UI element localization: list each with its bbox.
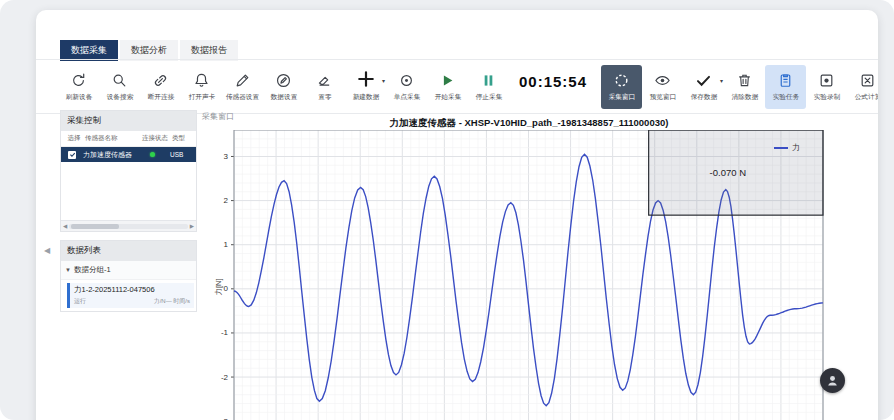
svg-text:-0.070 N: -0.070 N (710, 167, 747, 178)
desktop-background: 数据采集 数据分析 数据报告 刷新设备 设备搜索 断开连接 (0, 0, 894, 420)
button-label: 单点采集 (393, 92, 420, 102)
button-label: 置零 (318, 92, 331, 102)
scroll-left-arrow[interactable]: ◀ (63, 223, 67, 229)
svg-text:-1: -1 (221, 328, 229, 337)
sensor-table-header: 选择 传感器名称 连接状态 类型 (61, 131, 196, 147)
tab-data-analysis[interactable]: 数据分析 (120, 40, 178, 61)
save-data-button[interactable]: ▾ 保存数据 (683, 64, 724, 110)
data-item-title: 力1-2-20251112-047506 (74, 285, 190, 295)
svg-text:3: 3 (224, 152, 229, 161)
timer: 00:15:54 (519, 73, 587, 90)
clipboard-icon (777, 72, 794, 89)
sensor-type: USB (170, 151, 183, 158)
waveform-chart[interactable]: 3210-1-2-3-0.070 N (200, 130, 824, 420)
sensor-checkbox[interactable] (68, 151, 76, 159)
target-icon (398, 72, 415, 89)
caret-down-icon: ▼ (65, 267, 71, 273)
legend-label: 力 (792, 142, 800, 153)
button-label: 实验任务 (772, 92, 799, 102)
data-group-node[interactable]: ▼ 数据分组-1 (61, 261, 196, 280)
single-sample-button[interactable]: 单点采集 (386, 64, 427, 110)
scrollbar-track[interactable] (69, 224, 188, 229)
legend-line-swatch (774, 147, 788, 149)
search-icon (111, 72, 128, 89)
button-label: 清除数据 (731, 92, 758, 102)
caret-down-icon[interactable]: ▾ (720, 77, 723, 84)
button-label: 打开声卡 (188, 92, 215, 102)
eraser-icon (316, 72, 333, 89)
button-label: 保存数据 (690, 92, 717, 102)
column-connect-status: 连接状态 (138, 134, 172, 143)
plus-icon (356, 69, 376, 89)
start-collect-button[interactable]: 开始采集 (427, 64, 468, 110)
button-label: 数据设置 (270, 92, 297, 102)
checkmark-icon (69, 151, 76, 158)
toolbar: 刷新设备 设备搜索 断开连接 打开声卡 传感器设置 (36, 59, 878, 114)
button-label: 传感器设置 (226, 92, 259, 102)
collect-control-panel: 采集控制 选择 传感器名称 连接状态 类型 力加速度传感器 USB (60, 110, 197, 232)
sidebar-collapse-arrow[interactable]: ◀ (44, 246, 50, 255)
formula-calc-button[interactable]: 公式计算 (847, 64, 878, 110)
sensor-row[interactable]: 力加速度传感器 USB (61, 147, 196, 162)
app-window: 数据采集 数据分析 数据报告 刷新设备 设备搜索 断开连接 (36, 10, 878, 420)
sensor-settings-button[interactable]: 传感器设置 (222, 64, 263, 110)
clear-data-button[interactable]: 清除数据 (724, 64, 765, 110)
trash-icon (736, 72, 753, 89)
button-label: 停止采集 (475, 92, 502, 102)
button-label: 预览窗口 (649, 92, 676, 102)
column-sensor-name: 传感器名称 (85, 134, 138, 143)
open-soundcard-button[interactable]: 打开声卡 (181, 64, 222, 110)
preview-window-button[interactable]: 预览窗口 (642, 64, 683, 110)
svg-text:0: 0 (224, 284, 229, 293)
experiment-record-button[interactable]: 实验录制 (806, 64, 847, 110)
data-group-label: 数据分组-1 (74, 265, 111, 275)
button-label: 断开连接 (147, 92, 174, 102)
button-label: 开始采集 (434, 92, 461, 102)
main-tabbar: 数据采集 数据分析 数据报告 (60, 40, 238, 61)
refresh-icon (70, 72, 87, 89)
sidebar: 采集控制 选择 传感器名称 连接状态 类型 力加速度传感器 USB (60, 110, 197, 420)
stop-collect-button[interactable]: 停止采集 (468, 64, 509, 110)
pause-icon (480, 72, 497, 89)
button-label: 设备搜索 (106, 92, 133, 102)
disconnect-button[interactable]: 断开连接 (140, 64, 181, 110)
pen-icon (234, 72, 251, 89)
button-label: 实验录制 (813, 92, 840, 102)
svg-text:-2: -2 (221, 373, 229, 382)
person-icon (825, 373, 840, 388)
edit-circle-icon (275, 72, 292, 89)
tab-data-report[interactable]: 数据报告 (180, 40, 238, 61)
caret-down-icon[interactable]: ▾ (382, 77, 385, 84)
data-list-panel: 数据列表 ▼ 数据分组-1 力1-2-20251112-047506 运行 力/… (60, 240, 197, 312)
scrollbar-thumb[interactable] (71, 224, 118, 229)
horizontal-scrollbar[interactable]: ◀ ▶ (61, 220, 196, 231)
play-icon (439, 72, 456, 89)
y-axis-label: 力[N] (214, 278, 224, 295)
bell-icon (193, 72, 210, 89)
experiment-task-button[interactable]: 实验任务 (765, 65, 806, 109)
record-square-icon (818, 72, 835, 89)
data-settings-button[interactable]: 数据设置 (263, 64, 304, 110)
scroll-right-arrow[interactable]: ▶ (190, 223, 194, 229)
search-device-button[interactable]: 设备搜索 (99, 64, 140, 110)
dashed-circle-icon (613, 72, 630, 89)
status-dot-connected (150, 152, 155, 157)
link-off-icon (152, 72, 169, 89)
check-icon (695, 72, 712, 89)
button-label: 刷新设备 (65, 92, 92, 102)
data-list-header: 数据列表 (61, 241, 196, 261)
new-data-button[interactable]: ▾ 新建数据 (345, 64, 386, 110)
refresh-device-button[interactable]: 刷新设备 (58, 64, 99, 110)
collect-control-header: 采集控制 (61, 111, 196, 131)
chart-title: 力加速度传感器 - XHSP-V10HID_path_-1981348857_1… (234, 117, 824, 130)
chart-legend: 力 (774, 142, 800, 153)
data-item[interactable]: 力1-2-20251112-047506 运行 力/N— 时间/s (67, 283, 194, 308)
capture-window-panel: 采集窗口 力加速度传感器 - XHSP-V10HID_path_-1981348… (200, 110, 824, 420)
column-type: 类型 (172, 134, 192, 143)
capture-window-button[interactable]: 采集窗口 (601, 65, 642, 109)
column-select: 选择 (63, 134, 85, 143)
support-fab[interactable] (820, 368, 845, 393)
svg-text:2: 2 (224, 196, 229, 205)
tab-data-collect[interactable]: 数据采集 (60, 40, 118, 61)
set-zero-button[interactable]: 置零 (304, 64, 345, 110)
